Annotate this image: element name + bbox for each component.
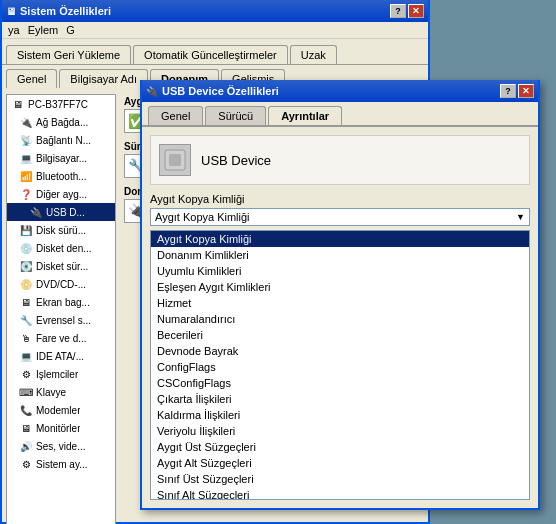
list-item[interactable]: ConfigFlags (151, 359, 529, 375)
tree-item-klavye[interactable]: ⌨ Klavye (7, 383, 115, 401)
usb-dialog: 🔌 USB Device Özellikleri ? ✕ Genel Sürüc… (140, 80, 540, 510)
tree-item-pc[interactable]: 🖥 PC-B37FF7C (7, 95, 115, 113)
list-item[interactable]: Uyumlu Kimlikleri (151, 263, 529, 279)
sys-title-text: Sistem Özellikleri (16, 5, 388, 17)
bilgisayar-icon: 💻 (19, 151, 33, 165)
tree-item-disket-sur[interactable]: 💽 Disket sür... (7, 257, 115, 275)
list-item[interactable]: Aygıt Kopya Kimliği (151, 231, 529, 247)
usb-tab-ayrintilar[interactable]: Ayrıntılar (268, 106, 342, 125)
tree-item-ses[interactable]: 🔊 Ses, vide... (7, 437, 115, 455)
tab-sistem-geri-yukleme[interactable]: Sistem Geri Yükleme (6, 45, 131, 64)
tree-item-ag[interactable]: 🔌 Ağ Bağda... (7, 113, 115, 131)
usb-help-button[interactable]: ? (500, 84, 516, 98)
list-item[interactable]: CSConfigFlags (151, 375, 529, 391)
diger-icon: ❓ (19, 187, 33, 201)
usb-tab-surucu[interactable]: Sürücü (205, 106, 266, 125)
list-item[interactable]: Eşleşen Aygıt Kimlikleri (151, 279, 529, 295)
sys-close-button[interactable]: ✕ (408, 4, 424, 18)
usb-title-icon: 🔌 (146, 86, 158, 97)
fare-icon: 🖱 (19, 331, 33, 345)
tree-item-monitor[interactable]: 🖥 Monitörler (7, 419, 115, 437)
tree-usb-label: USB D... (46, 207, 85, 218)
tree-item-disk[interactable]: 💾 Disk sürü... (7, 221, 115, 239)
list-item[interactable]: Aygıt Alt Süzgeçleri (151, 455, 529, 471)
ses-icon: 🔊 (19, 439, 33, 453)
tab-bilgisayar-adi[interactable]: Bilgisayar Adı (59, 69, 148, 88)
tree-item-islemci[interactable]: ⚙ İşlemciler (7, 365, 115, 383)
tree-ses-label: Ses, vide... (36, 441, 85, 452)
monitor-icon: 🖥 (19, 421, 33, 435)
device-name-label: USB Device (201, 153, 271, 168)
usb-device-svg (161, 146, 189, 174)
tree-item-ide[interactable]: 💻 IDE ATA/... (7, 347, 115, 365)
tree-disket-den-label: Disket den... (36, 243, 92, 254)
sistem-icon: ⚙ (19, 457, 33, 471)
properties-list[interactable]: Aygıt Kopya KimliğiDonanım KimlikleriUyu… (150, 230, 530, 500)
dvd-icon: 📀 (19, 277, 33, 291)
tree-ag-label: Ağ Bağda... (36, 117, 88, 128)
tree-item-ekran[interactable]: 🖥 Ekran bag... (7, 293, 115, 311)
list-item[interactable]: Numaralandırıcı (151, 311, 529, 327)
tree-item-sistem[interactable]: ⚙ Sistem ay... (7, 455, 115, 473)
list-item[interactable]: Kaldırma İlişkileri (151, 407, 529, 423)
list-item[interactable]: Hizmet (151, 295, 529, 311)
usb-title-text: USB Device Özellikleri (158, 85, 498, 97)
tab-genel[interactable]: Genel (6, 69, 57, 88)
usb-close-button[interactable]: ✕ (518, 84, 534, 98)
tree-item-evrensel[interactable]: 🔧 Evrensel s... (7, 311, 115, 329)
list-item[interactable]: Çıkarta İlişkileri (151, 391, 529, 407)
dropdown-selected-value: Aygıt Kopya Kimliği (155, 211, 250, 223)
device-icon (159, 144, 191, 176)
pc-icon: 🖥 (11, 97, 25, 111)
ag-icon: 🔌 (19, 115, 33, 129)
chevron-down-icon: ▼ (516, 212, 525, 222)
list-item[interactable]: Aygıt Üst Süzgeçleri (151, 439, 529, 455)
tree-bilgisayar-label: Bilgisayar... (36, 153, 87, 164)
menu-ya[interactable]: ya (8, 24, 20, 36)
tree-item-baglanti[interactable]: 📡 Bağlantı N... (7, 131, 115, 149)
sys-tab-row-top: Sistem Geri Yükleme Otomatik Güncelleşti… (2, 41, 428, 65)
tree-item-bluetooth[interactable]: 📶 Bluetooth... (7, 167, 115, 185)
islemci-icon: ⚙ (19, 367, 33, 381)
svg-rect-1 (169, 154, 181, 166)
tree-item-usb[interactable]: 🔌 USB D... (7, 203, 115, 221)
tree-item-disket-den[interactable]: 💿 Disket den... (7, 239, 115, 257)
dropdown-area: Aygıt Kopya Kimliği Aygıt Kopya Kimliği … (142, 193, 538, 226)
list-item[interactable]: Veriyolu İlişkileri (151, 423, 529, 439)
evrensel-icon: 🔧 (19, 313, 33, 327)
ekran-icon: 🖥 (19, 295, 33, 309)
baglanti-icon: 📡 (19, 133, 33, 147)
tree-ekran-label: Ekran bag... (36, 297, 90, 308)
list-item[interactable]: Donanım Kimlikleri (151, 247, 529, 263)
sys-help-button[interactable]: ? (390, 4, 406, 18)
device-info-area: USB Device (150, 135, 530, 185)
tree-item-fare[interactable]: 🖱 Fare ve d... (7, 329, 115, 347)
disket-den-icon: 💿 (19, 241, 33, 255)
tab-otomatik[interactable]: Otomatik Güncelleştirmeler (133, 45, 288, 64)
menu-eylem[interactable]: Eylem (28, 24, 59, 36)
bluetooth-icon: 📶 (19, 169, 33, 183)
tree-item-dvd[interactable]: 📀 DVD/CD-... (7, 275, 115, 293)
usb-tab-genel[interactable]: Genel (148, 106, 203, 125)
tree-bluetooth-label: Bluetooth... (36, 171, 87, 182)
menu-g[interactable]: G (66, 24, 75, 36)
tree-dvd-label: DVD/CD-... (36, 279, 86, 290)
list-item[interactable]: Sınıf Üst Süzgeçleri (151, 471, 529, 487)
tree-item-bilgisayar[interactable]: 💻 Bilgisayar... (7, 149, 115, 167)
sys-menubar: ya Eylem G (2, 22, 428, 39)
device-tree[interactable]: 🖥 PC-B37FF7C 🔌 Ağ Bağda... 📡 Bağlantı N.… (6, 94, 116, 524)
list-item[interactable]: Devnode Bayrak (151, 343, 529, 359)
list-item[interactable]: Becerileri (151, 327, 529, 343)
tree-item-diger[interactable]: ❓ Diğer ayg... (7, 185, 115, 203)
tab-uzak[interactable]: Uzak (290, 45, 337, 64)
tree-item-modem[interactable]: 📞 Modemler (7, 401, 115, 419)
tree-klavye-label: Klavye (36, 387, 66, 398)
sys-titlebar: 🖥 Sistem Özellikleri ? ✕ (2, 0, 428, 22)
tree-ide-label: IDE ATA/... (36, 351, 84, 362)
dropdown-select[interactable]: Aygıt Kopya Kimliği ▼ (150, 208, 530, 226)
tree-pc-label: PC-B37FF7C (28, 99, 88, 110)
ide-icon: 💻 (19, 349, 33, 363)
list-item[interactable]: Sınıf Alt Süzgeçleri (151, 487, 529, 500)
tree-sistem-label: Sistem ay... (36, 459, 88, 470)
sys-title-icon: 🖥 (6, 6, 16, 17)
